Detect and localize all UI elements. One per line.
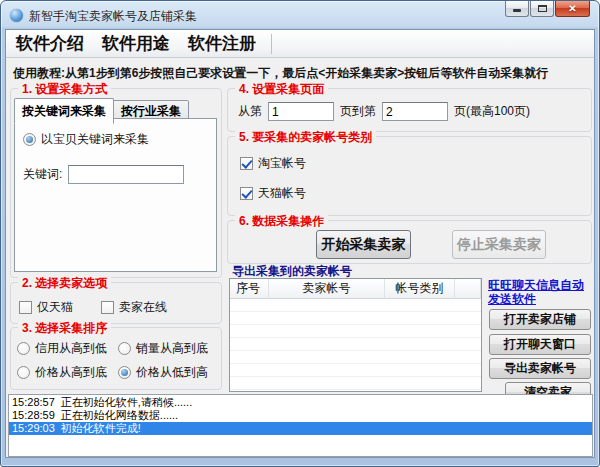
log-message: 正在初始化软件,请稍候......	[61, 396, 192, 408]
checkbox-tmall-account[interactable]: 天猫帐号	[240, 185, 306, 202]
minimize-icon	[513, 9, 521, 12]
log-entry-selected[interactable]: 15:29:03初始化软件完成!	[9, 422, 592, 435]
group-sort-order-title: 3. 选择采集排序	[18, 320, 111, 337]
stop-collect-button: 停止采集卖家	[452, 230, 546, 259]
page-mid-label: 页到第	[340, 103, 376, 120]
page-range-row: 从第 页到第 页(最高100页)	[238, 102, 530, 121]
log-message: 正在初始化网络数据......	[61, 409, 178, 421]
instruction-text: 使用教程:从第1步到第6步按照自己要求设置一下，最后点<开始采集卖家>按钮后等软…	[13, 65, 591, 82]
start-collect-button[interactable]: 开始采集卖家	[316, 230, 411, 259]
group-collection-method-title: 1. 设置采集方式	[18, 81, 111, 98]
radio-by-product-keyword-label: 以宝贝关键词来采集	[41, 131, 149, 148]
checkbox-checked-icon	[240, 187, 253, 200]
checkbox-taobao-account-label: 淘宝帐号	[258, 155, 306, 172]
window-title: 新智手淘宝卖家帐号及店铺采集	[29, 8, 197, 25]
open-seller-shop-button[interactable]: 打开卖家店铺	[489, 309, 591, 330]
log-message: 初始化软件完成!	[61, 422, 141, 434]
checkbox-tmall-only-label: 仅天猫	[37, 299, 73, 316]
keyword-tab-panel: 以宝贝关键词来采集 关键词:	[14, 118, 217, 272]
keyword-row: 关键词:	[23, 165, 184, 184]
page-from-label: 从第	[238, 103, 262, 120]
column-header-blank	[455, 279, 481, 299]
status-log-listbox[interactable]: 15:28:57正在初始化软件,请稍候...... 15:28:59正在初始化网…	[8, 394, 593, 457]
group-collect-actions-title: 6. 数据采集操作	[235, 213, 328, 230]
radio-price-low-to-high[interactable]: 价格从低到高	[118, 364, 208, 381]
checkbox-tmall-account-label: 天猫帐号	[258, 185, 306, 202]
app-icon	[10, 9, 23, 22]
maximize-button[interactable]	[530, 1, 554, 17]
seller-table-body	[230, 299, 481, 390]
app-window: 新智手淘宝卖家帐号及店铺采集 ✕ 软件介绍 软件用途 软件注册 使用教程:从第1…	[0, 0, 600, 467]
column-header-account-type[interactable]: 帐号类别	[385, 279, 455, 299]
radio-icon	[23, 133, 36, 146]
radio-price-high-to-low-label: 价格从高到底	[35, 364, 107, 381]
checkbox-taobao-account[interactable]: 淘宝帐号	[240, 155, 306, 172]
radio-icon	[118, 366, 131, 379]
checkbox-icon	[19, 301, 32, 314]
table-empty-row	[230, 364, 481, 377]
title-bar[interactable]: 新智手淘宝卖家帐号及店铺采集 ✕	[1, 1, 599, 29]
checkbox-seller-online[interactable]: 卖家在线	[101, 299, 167, 316]
checkbox-tmall-only[interactable]: 仅天猫	[19, 299, 73, 316]
radio-sales-high-to-low[interactable]: 销量从高到底	[118, 340, 208, 357]
page-to-input[interactable]	[382, 102, 448, 121]
radio-icon	[118, 342, 131, 355]
keyword-input[interactable]	[68, 165, 184, 184]
group-page-range: 4. 设置采集页面 从第 页到第 页(最高100页)	[227, 88, 592, 132]
export-side-panel: 旺旺聊天信息自动发送软件 打开卖家店铺 打开聊天窗口 导出卖家帐号 清空卖家	[488, 278, 592, 306]
radio-by-product-keyword[interactable]: 以宝贝关键词来采集	[23, 131, 149, 148]
menu-item-software-intro[interactable]: 软件介绍	[6, 32, 93, 55]
export-seller-accounts-button[interactable]: 导出卖家帐号	[489, 358, 591, 379]
open-chat-window-button[interactable]: 打开聊天窗口	[489, 334, 591, 355]
log-timestamp: 15:29:03	[12, 422, 55, 434]
log-entry[interactable]: 15:28:57正在初始化软件,请稍候......	[9, 396, 592, 409]
radio-credit-high-to-low[interactable]: 信用从高到低	[17, 340, 107, 357]
radio-credit-high-to-low-label: 信用从高到低	[35, 340, 107, 357]
menu-separator	[271, 34, 272, 54]
table-empty-row	[230, 377, 481, 390]
group-account-types-title: 5. 要采集的卖家帐号类别	[235, 129, 376, 146]
column-header-index[interactable]: 序号	[230, 279, 269, 299]
log-entry[interactable]: 15:28:59正在初始化网络数据......	[9, 409, 592, 422]
log-timestamp: 15:28:57	[12, 396, 55, 408]
close-button[interactable]: ✕	[555, 1, 590, 17]
checkbox-seller-online-label: 卖家在线	[119, 299, 167, 316]
close-icon: ✕	[568, 3, 576, 14]
group-seller-options: 2. 选择卖家选项 仅天猫 卖家在线	[10, 282, 222, 324]
menu-item-software-usage[interactable]: 软件用途	[93, 32, 179, 55]
keyword-label: 关键词:	[23, 166, 62, 183]
table-empty-row	[230, 351, 481, 364]
wangwang-auto-send-link[interactable]: 旺旺聊天信息自动发送软件	[488, 278, 588, 306]
window-controls: ✕	[504, 1, 590, 17]
table-empty-row	[230, 299, 481, 312]
group-collect-actions: 6. 数据采集操作 开始采集卖家 停止采集卖家	[227, 220, 592, 264]
table-empty-row	[230, 312, 481, 325]
table-empty-row	[230, 338, 481, 351]
tab-by-keyword[interactable]: 按关键词来采集	[14, 98, 114, 124]
radio-sales-high-to-low-label: 销量从高到底	[136, 340, 208, 357]
group-seller-options-title: 2. 选择卖家选项	[18, 275, 111, 292]
checkbox-icon	[101, 301, 114, 314]
screenshot: 新智手淘宝卖家帐号及店铺采集 ✕ 软件介绍 软件用途 软件注册 使用教程:从第1…	[0, 0, 600, 467]
radio-icon	[17, 366, 30, 379]
radio-price-low-to-high-label: 价格从低到高	[136, 364, 208, 381]
maximize-icon	[538, 5, 547, 12]
group-page-range-title: 4. 设置采集页面	[235, 81, 328, 98]
radio-price-high-to-low[interactable]: 价格从高到底	[17, 364, 107, 381]
menu-bar: 软件介绍 软件用途 软件注册	[6, 30, 594, 58]
column-header-seller-account[interactable]: 卖家帐号	[269, 279, 385, 299]
group-sort-order: 3. 选择采集排序 信用从高到低 销量从高到底 价格从高到底 价格从低到高	[10, 327, 222, 390]
log-timestamp: 15:28:59	[12, 409, 55, 421]
table-empty-row	[230, 325, 481, 338]
checkbox-checked-icon	[240, 157, 253, 170]
menu-item-software-register[interactable]: 软件注册	[179, 32, 265, 55]
radio-icon	[17, 342, 30, 355]
minimize-button[interactable]	[505, 1, 529, 17]
seller-table[interactable]: 序号 卖家帐号 帐号类别	[229, 278, 482, 392]
page-from-input[interactable]	[268, 102, 334, 121]
client-area: 软件介绍 软件用途 软件注册 使用教程:从第1步到第6步按照自己要求设置一下，最…	[5, 29, 595, 458]
group-account-types: 5. 要采集的卖家帐号类别 淘宝帐号 天猫帐号	[227, 136, 592, 216]
group-collection-method: 1. 设置采集方式 按关键词来采集 按行业采集 以宝贝关键词来采集 关键词:	[10, 88, 222, 278]
seller-table-header: 序号 卖家帐号 帐号类别	[230, 279, 481, 299]
page-suffix-label: 页(最高100页)	[454, 103, 530, 120]
